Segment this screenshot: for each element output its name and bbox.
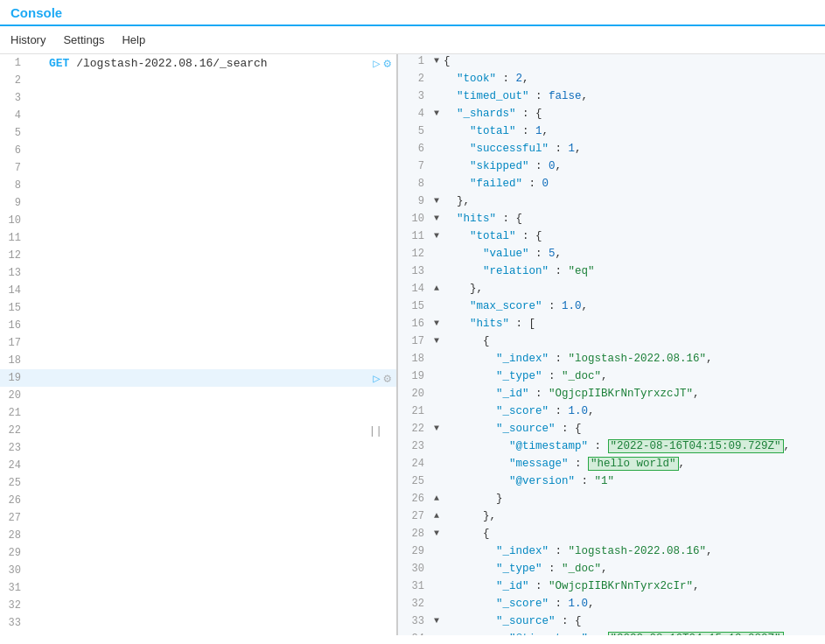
output-line-2: 2 "took" : 2, bbox=[398, 72, 825, 89]
output-line-28: 28 ▼ { bbox=[398, 527, 825, 544]
code-line-12: 12 bbox=[0, 247, 396, 264]
fold-9[interactable]: ▼ bbox=[430, 194, 444, 206]
menu-history[interactable]: History bbox=[10, 32, 45, 48]
output-line-8: 8 "failed" : 0 bbox=[398, 177, 825, 194]
output-line-4: 4 ▼ "_shards" : { bbox=[398, 107, 825, 124]
menu-help[interactable]: Help bbox=[122, 32, 145, 48]
code-line-21: 21 bbox=[0, 404, 396, 422]
output-line-21: 21 "_score" : 1.0, bbox=[398, 404, 825, 422]
fold-14[interactable]: ▲ bbox=[430, 282, 444, 293]
fold-22[interactable]: ▼ bbox=[430, 422, 444, 433]
fold-28[interactable]: ▼ bbox=[430, 527, 444, 538]
output-line-14: 14 ▲ }, bbox=[398, 282, 825, 299]
output-line-18: 18 "_index" : "logstash-2022.08.16", bbox=[398, 352, 825, 369]
code-line-9: 9 bbox=[0, 194, 396, 212]
code-line-28: 28 bbox=[0, 527, 396, 544]
code-line-4: 4 bbox=[0, 107, 396, 124]
output-line-26: 26 ▲ } bbox=[398, 492, 825, 509]
code-line-5: 5 bbox=[0, 124, 396, 142]
code-line-1: 1 GET /logstash-2022.08.16/_search ▷ ⚙ bbox=[0, 54, 396, 72]
output-line-25: 25 "@version" : "1" bbox=[398, 474, 825, 492]
output-lines: 1 ▼ { 2 "took" : 2, 3 "timed_out" : fals… bbox=[398, 54, 825, 635]
code-line-13: 13 bbox=[0, 264, 396, 282]
fold-16[interactable]: ▼ bbox=[430, 317, 444, 328]
fold-27[interactable]: ▲ bbox=[430, 509, 444, 521]
code-line-14: 14 bbox=[0, 282, 396, 299]
output-line-19: 19 "_type" : "_doc", bbox=[398, 369, 825, 387]
line-actions-1: ▷ ⚙ bbox=[373, 56, 396, 71]
output-line-5: 5 "total" : 1, bbox=[398, 124, 825, 142]
code-line-8: 8 bbox=[0, 177, 396, 194]
output-line-12: 12 "value" : 5, bbox=[398, 247, 825, 264]
output-line-20: 20 "_id" : "OgjcpIIBKrNnTyrxzcJT", bbox=[398, 387, 825, 404]
output-line-13: 13 "relation" : "eq" bbox=[398, 264, 825, 282]
main-container: 1 GET /logstash-2022.08.16/_search ▷ ⚙ 2… bbox=[0, 54, 825, 635]
output-line-32: 32 "_score" : 1.0, bbox=[398, 597, 825, 614]
menu-settings[interactable]: Settings bbox=[63, 32, 104, 48]
app-header: Console bbox=[0, 0, 825, 26]
code-line-22: 22 || bbox=[0, 422, 396, 439]
code-line-31: 31 bbox=[0, 579, 396, 597]
line-content-1: GET /logstash-2022.08.16/_search bbox=[45, 57, 373, 70]
code-line-16: 16 bbox=[0, 317, 396, 334]
code-line-11: 11 bbox=[0, 229, 396, 247]
settings-icon[interactable]: ⚙ bbox=[384, 371, 391, 386]
cursor-line-actions: ▷ ⚙ bbox=[373, 371, 396, 386]
output-line-10: 10 ▼ "hits" : { bbox=[398, 212, 825, 229]
fold-4[interactable]: ▼ bbox=[430, 107, 444, 118]
output-line-7: 7 "skipped" : 0, bbox=[398, 159, 825, 177]
code-line-19[interactable]: 19 ▷ ⚙ bbox=[0, 369, 396, 387]
fold-26[interactable]: ▲ bbox=[430, 492, 444, 503]
code-line-30: 30 bbox=[0, 562, 396, 579]
code-line-26: 26 bbox=[0, 492, 396, 509]
fold-17[interactable]: ▼ bbox=[430, 334, 444, 346]
code-line-27: 27 bbox=[0, 509, 396, 527]
code-line-23: 23 bbox=[0, 439, 396, 457]
output-line-34: 34 "@timestamp" : "2022-08-16T04:15:13.0… bbox=[398, 632, 825, 635]
code-line-6: 6 bbox=[0, 142, 396, 159]
code-line-33: 33 bbox=[0, 614, 396, 632]
output-line-30: 30 "_type" : "_doc", bbox=[398, 562, 825, 579]
output-line-29: 29 "_index" : "logstash-2022.08.16", bbox=[398, 544, 825, 562]
code-line-25: 25 bbox=[0, 474, 396, 492]
app-title: Console bbox=[10, 5, 62, 20]
fold-1[interactable]: ▼ bbox=[430, 54, 444, 66]
fold-11[interactable]: ▼ bbox=[430, 229, 444, 241]
run-icon[interactable]: ▷ bbox=[373, 371, 380, 386]
menu-bar: History Settings Help bbox=[0, 26, 825, 54]
output-line-6: 6 "successful" : 1, bbox=[398, 142, 825, 159]
code-line-15: 15 bbox=[0, 299, 396, 317]
fold-33[interactable]: ▼ bbox=[430, 614, 444, 626]
output-line-11: 11 ▼ "total" : { bbox=[398, 229, 825, 247]
code-line-2: 2 bbox=[0, 72, 396, 89]
code-line-18: 18 bbox=[0, 352, 396, 369]
output-line-17: 17 ▼ { bbox=[398, 334, 825, 352]
code-line-17: 17 bbox=[0, 334, 396, 352]
output-line-16: 16 ▼ "hits" : [ bbox=[398, 317, 825, 334]
output-line-33: 33 ▼ "_source" : { bbox=[398, 614, 825, 632]
output-panel: 1 ▼ { 2 "took" : 2, 3 "timed_out" : fals… bbox=[398, 54, 825, 635]
output-line-1: 1 ▼ { bbox=[398, 54, 825, 72]
output-line-9: 9 ▼ }, bbox=[398, 194, 825, 212]
code-line-24: 24 bbox=[0, 457, 396, 474]
output-line-22: 22 ▼ "_source" : { bbox=[398, 422, 825, 439]
output-line-23: 23 "@timestamp" : "2022-08-16T04:15:09.7… bbox=[398, 439, 825, 457]
code-line-34: 34 bbox=[0, 632, 396, 635]
wrench-button[interactable]: ⚙ bbox=[384, 56, 391, 71]
code-line-20: 20 bbox=[0, 387, 396, 404]
code-line-29: 29 bbox=[0, 544, 396, 562]
code-line-10: 10 bbox=[0, 212, 396, 229]
output-line-3: 3 "timed_out" : false, bbox=[398, 89, 825, 107]
output-line-27: 27 ▲ }, bbox=[398, 509, 825, 527]
editor-panel[interactable]: 1 GET /logstash-2022.08.16/_search ▷ ⚙ 2… bbox=[0, 54, 398, 635]
fold-10[interactable]: ▼ bbox=[430, 212, 444, 223]
run-button[interactable]: ▷ bbox=[373, 56, 380, 71]
line-num-1: 1 bbox=[0, 57, 28, 69]
code-lines: 1 GET /logstash-2022.08.16/_search ▷ ⚙ 2… bbox=[0, 54, 396, 635]
code-line-32: 32 bbox=[0, 597, 396, 614]
output-line-24: 24 "message" : "hello world", bbox=[398, 457, 825, 474]
output-line-31: 31 "_id" : "OwjcpIIBKrNnTyrx2cIr", bbox=[398, 579, 825, 597]
output-line-15: 15 "max_score" : 1.0, bbox=[398, 299, 825, 317]
panel-separator: || bbox=[368, 424, 389, 438]
code-line-7: 7 bbox=[0, 159, 396, 177]
